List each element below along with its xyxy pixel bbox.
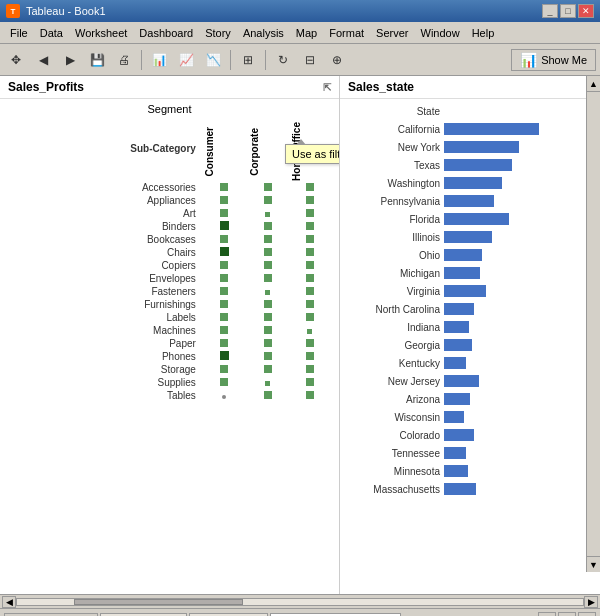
toolbar-forward[interactable]: ▶ <box>58 48 82 72</box>
bar-fill <box>444 249 482 261</box>
menu-format[interactable]: Format <box>323 25 370 41</box>
toolbar-refresh[interactable]: ↻ <box>271 48 295 72</box>
menu-help[interactable]: Help <box>466 25 501 41</box>
menu-map[interactable]: Map <box>290 25 323 41</box>
subcategory-label: Fasteners <box>8 285 202 298</box>
window-title: Tableau - Book1 <box>26 5 106 17</box>
scroll-track[interactable] <box>16 598 584 606</box>
list-item: Massachusetts <box>344 481 596 497</box>
cell <box>289 207 331 220</box>
toolbar-print[interactable]: 🖨 <box>112 48 136 72</box>
toolbar-chart2[interactable]: 📈 <box>174 48 198 72</box>
tab-menu-icon[interactable]: ▼ <box>578 612 596 616</box>
state-label: Massachusetts <box>344 484 444 495</box>
list-item: Ohio <box>344 247 596 263</box>
main-area: Sales_Profits ⇱ Use as filter Segment Su… <box>0 76 600 594</box>
subcategory-header: Sub-Category <box>8 117 202 181</box>
toolbar: ✥ ◀ ▶ 💾 🖨 📊 📈 📉 ⊞ ↻ ⊟ ⊕ 📊 Show Me <box>0 44 600 76</box>
bar-fill <box>444 285 486 297</box>
profit-indicator <box>220 339 228 347</box>
list-item: Michigan <box>344 265 596 281</box>
profit-indicator <box>264 261 272 269</box>
new-sheet-icon[interactable]: + <box>538 612 556 616</box>
toolbar-back[interactable]: ◀ <box>31 48 55 72</box>
profit-indicator <box>306 287 314 295</box>
show-me-button[interactable]: 📊 Show Me <box>511 49 596 71</box>
scroll-down[interactable]: ▼ <box>587 556 600 572</box>
right-scrollbar[interactable]: ▲ ▼ <box>586 76 600 572</box>
menu-story[interactable]: Story <box>199 25 237 41</box>
toolbar-filter[interactable]: ⊟ <box>298 48 322 72</box>
profit-indicator <box>264 326 272 334</box>
bar-fill <box>444 177 502 189</box>
cell <box>202 350 247 363</box>
scroll-right[interactable]: ▶ <box>584 596 598 608</box>
toolbar-chart3[interactable]: 📉 <box>201 48 225 72</box>
profit-indicator <box>306 209 314 217</box>
subcategory-label: Accessories <box>8 181 202 194</box>
cell <box>289 233 331 246</box>
minimize-button[interactable]: _ <box>542 4 558 18</box>
cell <box>289 220 331 233</box>
subcategory-label: Storage <box>8 363 202 376</box>
maximize-button[interactable]: □ <box>560 4 576 18</box>
duplicate-sheet-icon[interactable]: ⧉ <box>558 612 576 616</box>
table-row: Appliances <box>8 194 331 207</box>
menu-window[interactable]: Window <box>415 25 466 41</box>
profit-indicator <box>220 209 228 217</box>
table-row: Phones <box>8 350 331 363</box>
bar-fill <box>444 123 539 135</box>
cell <box>247 285 289 298</box>
state-label: Pennsylvania <box>344 196 444 207</box>
profit-indicator <box>264 391 272 399</box>
profit-indicator <box>264 183 272 191</box>
scroll-left[interactable]: ◀ <box>2 596 16 608</box>
cell <box>247 233 289 246</box>
menu-worksheet[interactable]: Worksheet <box>69 25 133 41</box>
list-item: Minnesota <box>344 463 596 479</box>
table-row: Machines <box>8 324 331 337</box>
cell <box>289 376 331 389</box>
state-label: Virginia <box>344 286 444 297</box>
toolbar-cursor[interactable]: ✥ <box>4 48 28 72</box>
table-row: Fasteners <box>8 285 331 298</box>
profit-indicator <box>264 339 272 347</box>
cell <box>247 220 289 233</box>
toolbar-chart1[interactable]: 📊 <box>147 48 171 72</box>
cell <box>202 324 247 337</box>
bar-fill <box>444 303 474 315</box>
menu-analysis[interactable]: Analysis <box>237 25 290 41</box>
toolbar-separator-2 <box>230 50 231 70</box>
profit-indicator <box>220 287 228 295</box>
cell <box>247 363 289 376</box>
toolbar-action[interactable]: ⊕ <box>325 48 349 72</box>
toolbar-save[interactable]: 💾 <box>85 48 109 72</box>
profit-indicator <box>306 183 314 191</box>
menu-server[interactable]: Server <box>370 25 414 41</box>
bar-fill <box>444 465 468 477</box>
cell <box>247 389 289 402</box>
profit-indicator <box>306 222 314 230</box>
cell <box>202 389 247 402</box>
menu-dashboard[interactable]: Dashboard <box>133 25 199 41</box>
cell <box>202 272 247 285</box>
bar-fill <box>444 267 480 279</box>
menu-file[interactable]: File <box>4 25 34 41</box>
list-item: Colorado <box>344 427 596 443</box>
state-label: Michigan <box>344 268 444 279</box>
bar-fill <box>444 231 492 243</box>
cell <box>289 259 331 272</box>
sales-profits-panel: Sales_Profits ⇱ Use as filter Segment Su… <box>0 76 340 594</box>
cell <box>202 181 247 194</box>
profit-indicator <box>220 313 228 321</box>
menu-data[interactable]: Data <box>34 25 69 41</box>
list-item: California <box>344 121 596 137</box>
list-item: Florida <box>344 211 596 227</box>
close-button[interactable]: ✕ <box>578 4 594 18</box>
toolbar-layout[interactable]: ⊞ <box>236 48 260 72</box>
cell <box>202 207 247 220</box>
expand-icon[interactable]: ⇱ <box>323 82 331 93</box>
scroll-thumb[interactable] <box>74 599 244 605</box>
scroll-up[interactable]: ▲ <box>587 76 600 92</box>
bar-fill <box>444 195 494 207</box>
